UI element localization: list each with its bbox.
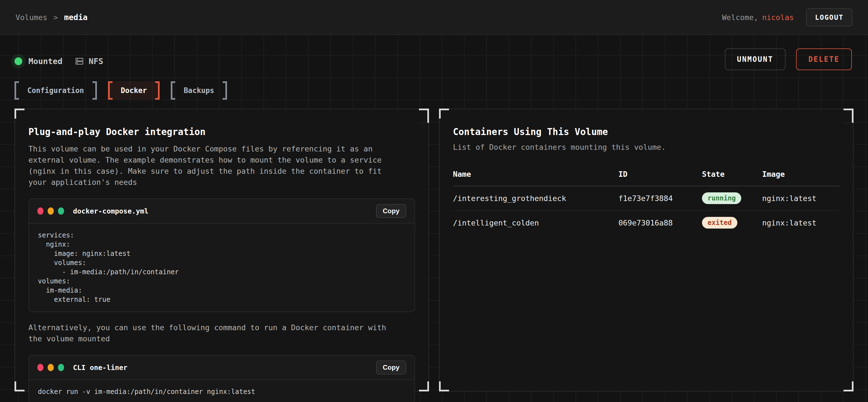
code-line: volumes: [38, 277, 406, 286]
welcome-text: Welcome, [722, 13, 758, 22]
bracket-left-icon [108, 81, 113, 100]
compose-code-card: docker-compose.yml Copy services: nginx:… [28, 199, 415, 312]
copy-cli-button[interactable]: Copy [376, 361, 406, 374]
code-line: im-media: [38, 286, 406, 295]
column-header-name: Name [453, 170, 618, 178]
code-line: - im-media:/path/in/container [38, 268, 406, 277]
corner-bracket-icon [14, 381, 25, 392]
corner-bracket-icon [419, 381, 429, 392]
tab-configuration-label: Configuration [19, 81, 92, 100]
code-line: nginx: [38, 240, 406, 249]
containers-table: Name ID State Image /interesting_grothen… [453, 170, 840, 235]
compose-filename: docker-compose.yml [73, 207, 149, 215]
red-dot-icon [37, 207, 43, 215]
code-line: external: true [38, 295, 406, 304]
corner-bracket-icon [843, 381, 854, 392]
red-dot-icon [37, 364, 43, 371]
code-line: image: nginx:latest [38, 249, 406, 258]
amber-dot-icon [48, 364, 54, 371]
container-name: /intelligent_colden [453, 219, 618, 227]
compose-code-header: docker-compose.yml Copy [29, 199, 414, 224]
bracket-right-icon [92, 81, 97, 100]
container-name: /interesting_grothendieck [453, 194, 618, 203]
breadcrumb-current-volume: media [64, 13, 88, 22]
tab-backups[interactable]: Backups [171, 81, 227, 100]
cli-title: CLI one-liner [73, 364, 128, 372]
amber-dot-icon [48, 207, 54, 215]
container-id: 069e73016a88 [618, 219, 702, 227]
corner-bracket-icon [439, 381, 449, 392]
logout-button[interactable]: LOGOUT [806, 8, 852, 27]
cli-code-body: docker run -v im-media:/path/in/containe… [29, 380, 414, 402]
volume-actions: UNMOUNT DELETE [725, 48, 852, 70]
column-header-state: State [702, 170, 762, 178]
containers-panel-title: Containers Using This Volume [453, 126, 840, 137]
status-badge: exited [702, 217, 737, 229]
container-state-cell: exited [702, 217, 762, 229]
column-header-id: ID [618, 170, 702, 178]
containers-panel: Containers Using This Volume List of Doc… [439, 108, 854, 392]
code-line: docker run -v im-media:/path/in/containe… [38, 387, 406, 396]
code-line: volumes: [38, 258, 406, 268]
container-image: nginx:latest [762, 194, 840, 203]
container-state-cell: running [702, 192, 762, 204]
column-header-image: Image [762, 170, 840, 178]
docker-panel-description: This volume can be used in your Docker C… [28, 143, 399, 188]
window-dots-icon [37, 364, 64, 371]
green-dot-icon [58, 207, 64, 215]
code-line: services: [38, 231, 406, 240]
server-stack-icon [75, 57, 84, 66]
chevron-right-icon: > [54, 13, 58, 22]
panels-row: Plug-and-play Docker integration This vo… [14, 108, 854, 392]
username-text: nicolas [762, 13, 794, 22]
table-row: /interesting_grothendieck f1e73e7f3884 r… [453, 186, 840, 211]
delete-button[interactable]: DELETE [796, 48, 852, 70]
tab-bar: Configuration Docker Backups [14, 81, 854, 100]
tab-docker[interactable]: Docker [108, 81, 160, 100]
container-image: nginx:latest [762, 219, 840, 227]
status-badge: running [702, 192, 741, 204]
docker-panel-title: Plug-and-play Docker integration [28, 126, 415, 137]
corner-bracket-icon [843, 108, 854, 123]
window-dots-icon [37, 207, 64, 215]
green-dot-icon [58, 364, 64, 371]
table-header-row: Name ID State Image [453, 170, 840, 186]
tab-configuration[interactable]: Configuration [14, 81, 97, 100]
main-content: Mounted NFS UNMOUNT DELETE Configuration… [0, 35, 868, 402]
table-row: /intelligent_colden 069e73016a88 exited … [453, 211, 840, 235]
corner-bracket-icon [14, 108, 25, 119]
breadcrumb-volumes-link[interactable]: Volumes [16, 13, 48, 22]
corner-bracket-icon [419, 108, 429, 123]
containers-panel-subtitle: List of Docker containers mounting this … [453, 143, 840, 152]
top-bar: Volumes > media Welcome, nicolas LOGOUT [0, 0, 868, 35]
copy-compose-button[interactable]: Copy [376, 204, 406, 218]
cli-intro-text: Alternatively, you can use the following… [28, 322, 399, 344]
tab-backups-label: Backups [175, 81, 223, 100]
bracket-right-icon [223, 81, 227, 100]
corner-bracket-icon [439, 108, 449, 119]
breadcrumb: Volumes > media [16, 13, 88, 22]
container-id: f1e73e7f3884 [618, 194, 702, 203]
unmount-button[interactable]: UNMOUNT [725, 48, 786, 70]
cli-code-card: CLI one-liner Copy docker run -v im-medi… [28, 355, 415, 402]
compose-code-body: services: nginx: image: nginx:latest vol… [29, 224, 414, 311]
mounted-status-dot-icon [14, 57, 22, 65]
bracket-left-icon [14, 81, 19, 100]
tab-docker-label: Docker [113, 81, 155, 100]
cli-code-header: CLI one-liner Copy [29, 356, 414, 380]
topbar-right: Welcome, nicolas LOGOUT [722, 8, 852, 27]
mounted-status-label: Mounted [28, 57, 62, 66]
bracket-left-icon [171, 81, 175, 100]
docker-integration-panel: Plug-and-play Docker integration This vo… [14, 108, 429, 392]
driver-label: NFS [89, 57, 103, 66]
bracket-right-icon [155, 81, 160, 100]
